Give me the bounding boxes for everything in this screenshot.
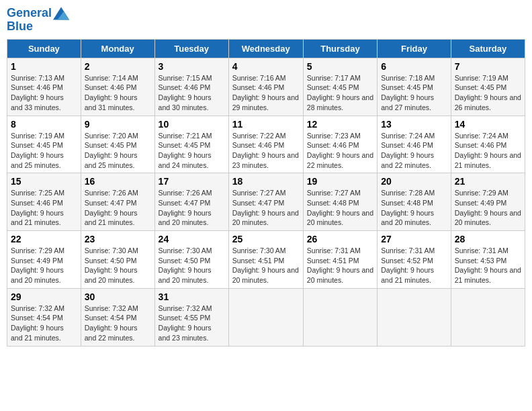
day-cell: 25 Sunrise: 7:30 AM Sunset: 4:51 PM Dayl…	[228, 231, 303, 289]
day-number: 22	[11, 234, 77, 244]
day-number: 28	[455, 234, 521, 244]
day-info: Sunrise: 7:22 AM Sunset: 4:46 PM Dayligh…	[232, 131, 300, 171]
day-info: Sunrise: 7:26 AM Sunset: 4:47 PM Dayligh…	[159, 188, 225, 228]
col-header-saturday: Saturday	[451, 39, 525, 58]
day-info: Sunrise: 7:28 AM Sunset: 4:48 PM Dayligh…	[381, 188, 447, 228]
day-info: Sunrise: 7:30 AM Sunset: 4:50 PM Dayligh…	[159, 246, 225, 285]
col-header-tuesday: Tuesday	[154, 39, 228, 58]
day-cell: 4 Sunrise: 7:16 AM Sunset: 4:46 PM Dayli…	[228, 58, 303, 116]
col-header-monday: Monday	[81, 39, 154, 58]
day-info: Sunrise: 7:27 AM Sunset: 4:47 PM Dayligh…	[232, 188, 300, 228]
day-number: 26	[307, 234, 373, 244]
week-row-5: 29 Sunrise: 7:32 AM Sunset: 4:54 PM Dayl…	[7, 288, 525, 346]
day-info: Sunrise: 7:25 AM Sunset: 4:46 PM Dayligh…	[11, 188, 77, 228]
day-cell	[378, 288, 451, 346]
day-cell: 1 Sunrise: 7:13 AM Sunset: 4:46 PM Dayli…	[7, 58, 81, 116]
day-cell	[451, 288, 525, 346]
week-row-3: 15 Sunrise: 7:25 AM Sunset: 4:46 PM Dayl…	[7, 173, 525, 231]
day-number: 25	[232, 234, 300, 244]
day-number: 2	[85, 61, 151, 72]
day-info: Sunrise: 7:14 AM Sunset: 4:46 PM Dayligh…	[85, 73, 151, 113]
day-cell: 9 Sunrise: 7:20 AM Sunset: 4:45 PM Dayli…	[81, 116, 154, 173]
day-number: 11	[232, 119, 300, 130]
day-info: Sunrise: 7:30 AM Sunset: 4:51 PM Dayligh…	[232, 246, 300, 285]
day-info: Sunrise: 7:31 AM Sunset: 4:52 PM Dayligh…	[381, 246, 447, 285]
day-cell: 21 Sunrise: 7:29 AM Sunset: 4:49 PM Dayl…	[451, 173, 525, 231]
day-number: 4	[232, 61, 300, 72]
day-number: 23	[85, 234, 151, 244]
day-number: 30	[85, 291, 151, 302]
day-cell: 12 Sunrise: 7:23 AM Sunset: 4:46 PM Dayl…	[303, 116, 377, 173]
day-info: Sunrise: 7:17 AM Sunset: 4:45 PM Dayligh…	[307, 73, 373, 113]
day-info: Sunrise: 7:29 AM Sunset: 4:49 PM Dayligh…	[455, 188, 521, 228]
day-number: 1	[11, 61, 77, 72]
day-number: 20	[381, 176, 447, 187]
day-info: Sunrise: 7:19 AM Sunset: 4:45 PM Dayligh…	[11, 131, 77, 171]
day-cell	[303, 288, 377, 346]
logo: General Blue	[7, 7, 69, 34]
day-number: 21	[455, 176, 521, 187]
day-number: 10	[159, 119, 225, 130]
day-number: 17	[159, 176, 225, 187]
day-info: Sunrise: 7:29 AM Sunset: 4:49 PM Dayligh…	[11, 246, 77, 285]
day-number: 8	[11, 119, 77, 130]
day-info: Sunrise: 7:32 AM Sunset: 4:55 PM Dayligh…	[159, 304, 225, 343]
col-header-wednesday: Wednesday	[228, 39, 303, 58]
day-cell: 23 Sunrise: 7:30 AM Sunset: 4:50 PM Dayl…	[81, 231, 154, 289]
day-number: 14	[455, 119, 521, 130]
day-info: Sunrise: 7:24 AM Sunset: 4:46 PM Dayligh…	[381, 131, 447, 171]
day-cell: 26 Sunrise: 7:31 AM Sunset: 4:51 PM Dayl…	[303, 231, 377, 289]
day-info: Sunrise: 7:19 AM Sunset: 4:45 PM Dayligh…	[455, 73, 521, 113]
week-row-1: 1 Sunrise: 7:13 AM Sunset: 4:46 PM Dayli…	[7, 58, 525, 116]
day-number: 16	[85, 176, 151, 187]
day-cell: 24 Sunrise: 7:30 AM Sunset: 4:50 PM Dayl…	[154, 231, 228, 289]
day-info: Sunrise: 7:27 AM Sunset: 4:48 PM Dayligh…	[307, 188, 373, 228]
day-cell: 22 Sunrise: 7:29 AM Sunset: 4:49 PM Dayl…	[7, 231, 81, 289]
day-number: 6	[381, 61, 447, 72]
header: General Blue	[7, 7, 525, 34]
day-info: Sunrise: 7:26 AM Sunset: 4:47 PM Dayligh…	[85, 188, 151, 228]
day-cell: 18 Sunrise: 7:27 AM Sunset: 4:47 PM Dayl…	[228, 173, 303, 231]
day-cell: 2 Sunrise: 7:14 AM Sunset: 4:46 PM Dayli…	[81, 58, 154, 116]
week-row-2: 8 Sunrise: 7:19 AM Sunset: 4:45 PM Dayli…	[7, 116, 525, 173]
day-number: 19	[307, 176, 373, 187]
day-cell: 11 Sunrise: 7:22 AM Sunset: 4:46 PM Dayl…	[228, 116, 303, 173]
col-header-sunday: Sunday	[7, 39, 81, 58]
day-cell	[228, 288, 303, 346]
day-cell: 7 Sunrise: 7:19 AM Sunset: 4:45 PM Dayli…	[451, 58, 525, 116]
day-info: Sunrise: 7:23 AM Sunset: 4:46 PM Dayligh…	[307, 131, 373, 171]
day-cell: 15 Sunrise: 7:25 AM Sunset: 4:46 PM Dayl…	[7, 173, 81, 231]
day-number: 7	[455, 61, 521, 72]
day-number: 9	[85, 119, 151, 130]
day-cell: 17 Sunrise: 7:26 AM Sunset: 4:47 PM Dayl…	[154, 173, 228, 231]
day-number: 24	[159, 234, 225, 244]
day-number: 5	[307, 61, 373, 72]
day-cell: 8 Sunrise: 7:19 AM Sunset: 4:45 PM Dayli…	[7, 116, 81, 173]
day-cell: 5 Sunrise: 7:17 AM Sunset: 4:45 PM Dayli…	[303, 58, 377, 116]
day-number: 27	[381, 234, 447, 244]
day-cell: 6 Sunrise: 7:18 AM Sunset: 4:45 PM Dayli…	[378, 58, 451, 116]
day-cell: 14 Sunrise: 7:24 AM Sunset: 4:46 PM Dayl…	[451, 116, 525, 173]
day-info: Sunrise: 7:16 AM Sunset: 4:46 PM Dayligh…	[232, 73, 300, 113]
day-number: 31	[159, 291, 225, 302]
day-number: 3	[159, 61, 225, 72]
day-info: Sunrise: 7:24 AM Sunset: 4:46 PM Dayligh…	[455, 131, 521, 171]
day-cell: 28 Sunrise: 7:31 AM Sunset: 4:53 PM Dayl…	[451, 231, 525, 289]
day-number: 12	[307, 119, 373, 130]
day-number: 18	[232, 176, 300, 187]
day-cell: 3 Sunrise: 7:15 AM Sunset: 4:46 PM Dayli…	[154, 58, 228, 116]
day-cell: 19 Sunrise: 7:27 AM Sunset: 4:48 PM Dayl…	[303, 173, 377, 231]
logo-subtext: Blue	[7, 20, 69, 34]
day-info: Sunrise: 7:15 AM Sunset: 4:46 PM Dayligh…	[159, 73, 225, 113]
col-header-thursday: Thursday	[303, 39, 377, 58]
day-cell: 30 Sunrise: 7:32 AM Sunset: 4:54 PM Dayl…	[81, 288, 154, 346]
day-info: Sunrise: 7:32 AM Sunset: 4:54 PM Dayligh…	[11, 304, 77, 343]
day-cell: 31 Sunrise: 7:32 AM Sunset: 4:55 PM Dayl…	[154, 288, 228, 346]
day-info: Sunrise: 7:18 AM Sunset: 4:45 PM Dayligh…	[381, 73, 447, 113]
day-cell: 10 Sunrise: 7:21 AM Sunset: 4:45 PM Dayl…	[154, 116, 228, 173]
day-cell: 16 Sunrise: 7:26 AM Sunset: 4:47 PM Dayl…	[81, 173, 154, 231]
day-cell: 29 Sunrise: 7:32 AM Sunset: 4:54 PM Dayl…	[7, 288, 81, 346]
day-number: 15	[11, 176, 77, 187]
day-cell: 27 Sunrise: 7:31 AM Sunset: 4:52 PM Dayl…	[378, 231, 451, 289]
calendar-table: SundayMondayTuesdayWednesdayThursdayFrid…	[7, 39, 525, 347]
